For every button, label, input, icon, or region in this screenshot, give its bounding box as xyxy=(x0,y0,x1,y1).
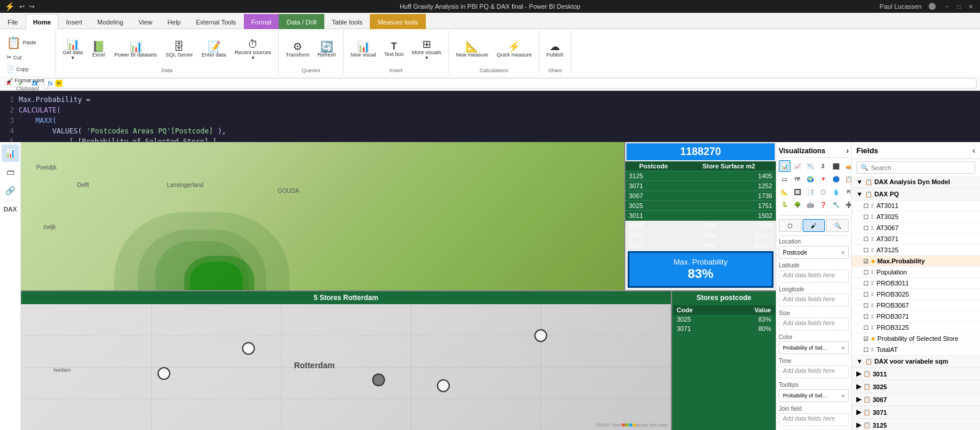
formula-fx-btn[interactable]: fx xyxy=(30,78,40,89)
fields-search-input[interactable] xyxy=(871,164,971,171)
dax-variabele-header[interactable]: ▼ 📋 DAX voor variabele sqm xyxy=(852,355,980,368)
rotterdam-map[interactable]: Rotterdam hiedam ©2020 TomTom. Improve t… xyxy=(21,304,671,430)
sql-btn[interactable]: 🗄SQL Server xyxy=(162,39,197,60)
field-prob3011[interactable]: ☐ Σ PROB3011 xyxy=(852,278,980,289)
field-checkbox-prob3067[interactable]: ☐ xyxy=(863,302,869,309)
field-prob3025[interactable]: ☐ Σ PROB3025 xyxy=(852,289,980,300)
dax-pq-header[interactable]: ▼ 📋 DAX PQ xyxy=(852,188,980,200)
viz-icon-matrix[interactable]: ⬡ xyxy=(817,186,829,198)
new-visual-btn[interactable]: 📊New visual xyxy=(347,39,380,60)
sidebar-report-icon[interactable]: 📊 xyxy=(2,144,19,162)
new-measure-btn[interactable]: 📐New measure xyxy=(453,39,492,60)
viz-icon-r[interactable]: R xyxy=(843,186,852,198)
viz-icon-qna[interactable]: ❓ xyxy=(817,199,829,210)
viz-expand-btn[interactable]: › xyxy=(846,147,849,155)
tooltips-x[interactable]: × xyxy=(841,393,845,399)
field-checkbox-at3071[interactable]: ☐ xyxy=(863,236,869,242)
field-prob-selected[interactable]: ☑ ◆ Probability of Selected Store xyxy=(852,333,980,344)
viz-icon-slicer[interactable]: 🔲 xyxy=(792,186,803,198)
close-btn[interactable]: ✕ xyxy=(966,2,975,11)
viz-icon-area[interactable]: 📉 xyxy=(804,160,816,172)
refresh-btn[interactable]: 🔄Refresh xyxy=(314,39,340,60)
tab-external-tools[interactable]: External Tools xyxy=(188,14,244,29)
viz-icon-card[interactable]: 📋 xyxy=(843,173,852,185)
sidebar-dax-icon[interactable]: DAX xyxy=(2,200,19,218)
postcode-field[interactable]: Postcode × xyxy=(779,246,849,259)
excel-btn[interactable]: 📗Excel xyxy=(88,39,109,60)
tab-format[interactable]: Format xyxy=(244,14,279,29)
tab-view[interactable]: View xyxy=(131,14,160,29)
formula-cancel-btn[interactable]: ✕ xyxy=(4,78,14,89)
viz-icon-treemap[interactable]: 🗂 xyxy=(779,173,790,185)
field-checkbox-at3025[interactable]: ☐ xyxy=(863,214,869,220)
field-checkbox-at3011[interactable]: ☐ xyxy=(863,203,869,209)
field-checkbox-prob3125[interactable]: ☐ xyxy=(863,325,869,331)
store-circle-1[interactable] xyxy=(158,367,170,380)
size-add[interactable]: Add data fields here xyxy=(779,318,849,330)
fields-collapse-btn[interactable]: ‹ xyxy=(972,146,975,155)
tab-home[interactable]: Home xyxy=(26,14,59,29)
color-x[interactable]: × xyxy=(841,345,845,351)
viz-icon-ribbon[interactable]: 🎗 xyxy=(817,160,829,172)
viz-icon-bar[interactable]: 📊 xyxy=(779,160,790,172)
field-checkbox-totalat[interactable]: ☐ xyxy=(863,347,869,353)
tab-measure-tools[interactable]: Measure tools xyxy=(370,14,425,29)
formula-input[interactable]: fx M xyxy=(44,78,977,89)
tab-help[interactable]: Help xyxy=(160,14,188,29)
field-checkbox-probselected[interactable]: ☑ xyxy=(863,336,869,342)
store3025-header[interactable]: ▶ 📋 3025 xyxy=(852,380,980,393)
sidebar-model-icon[interactable]: 🔗 xyxy=(2,182,19,199)
field-checkbox-maxprob[interactable]: ☑ xyxy=(863,258,869,265)
viz-icon-custom2[interactable]: ➕ xyxy=(843,199,852,210)
viz-icon-waterfall[interactable]: 💧 xyxy=(830,186,842,198)
viz-icon-decomp[interactable]: 🌳 xyxy=(792,199,803,210)
quick-access-undo[interactable]: ↩ xyxy=(19,3,24,10)
store3125-header[interactable]: ▶ 📋 3125 xyxy=(852,419,980,430)
store3011-header[interactable]: ▶ 📋 3011 xyxy=(852,368,980,380)
store-circle-3[interactable] xyxy=(372,373,385,386)
viz-icon-filled-map[interactable]: 🌍 xyxy=(804,173,816,185)
postcode-x[interactable]: × xyxy=(841,249,845,256)
sidebar-data-icon[interactable]: 🗃 xyxy=(2,163,19,181)
color-field[interactable]: Probability of Selected S… × xyxy=(779,341,849,354)
minimize-btn[interactable]: − xyxy=(943,2,952,11)
publish-btn[interactable]: ☁Publish xyxy=(543,39,568,60)
viz-icon-map[interactable]: 🗺 xyxy=(792,173,803,185)
transform-btn[interactable]: ⚙Transform xyxy=(282,39,313,60)
quick-measure-btn[interactable]: ⚡Quick measure xyxy=(493,39,536,60)
viz-format-btn[interactable]: 🖌 xyxy=(803,219,825,232)
field-checkbox-prob3025[interactable]: ☐ xyxy=(863,291,869,298)
paste-btn[interactable]: 📋 Paste xyxy=(4,34,39,51)
tab-modeling[interactable]: Modeling xyxy=(90,14,131,29)
longitude-add[interactable]: Add data fields here xyxy=(779,294,849,306)
field-population[interactable]: ☐ Σ Population xyxy=(852,267,980,278)
viz-icon-custom1[interactable]: 🔧 xyxy=(830,199,842,210)
store-circle-4[interactable] xyxy=(437,379,450,392)
field-checkbox-population[interactable]: ☐ xyxy=(863,269,869,276)
field-at3025[interactable]: ☐ Σ AT3025 xyxy=(852,212,980,223)
pbi-datasets-btn[interactable]: 📊Power BI datasets xyxy=(111,39,160,60)
viz-icon-gauge[interactable]: 🔵 xyxy=(830,173,842,185)
field-maxprobability[interactable]: ☑ ◆ Max.Probability xyxy=(852,256,980,267)
viz-fields-btn[interactable]: ⬡ xyxy=(779,219,802,232)
viz-icon-table[interactable]: 📑 xyxy=(804,186,816,198)
field-prob3071[interactable]: ☐ Σ PROB3071 xyxy=(852,311,980,322)
field-checkbox-prob3011[interactable]: ☐ xyxy=(863,280,869,287)
store3071-header[interactable]: ▶ 📋 3071 xyxy=(852,406,980,419)
tooltips-field[interactable]: Probability of Selected S… × xyxy=(779,389,849,402)
field-at3125[interactable]: ☐ Σ AT3125 xyxy=(852,245,980,256)
field-at3071[interactable]: ☐ Σ AT3071 xyxy=(852,234,980,245)
field-totalat[interactable]: ☐ Σ TotalAT xyxy=(852,344,980,355)
tab-table-tools[interactable]: Table tools xyxy=(324,14,370,29)
latitude-add[interactable]: Add data fields here xyxy=(779,270,849,283)
viz-icon-kpi[interactable]: 📐 xyxy=(779,186,790,198)
text-box-btn[interactable]: TText box xyxy=(381,40,408,59)
viz-icon-ai[interactable]: 🤖 xyxy=(804,199,816,210)
viz-icon-line[interactable]: 📈 xyxy=(792,160,803,172)
dax-analysis-header[interactable]: ▼ 📋 DAX Analysis Dyn Model xyxy=(852,176,980,188)
field-checkbox-at3067[interactable]: ☐ xyxy=(863,225,869,231)
field-checkbox-at3125[interactable]: ☐ xyxy=(863,247,869,253)
code-editor[interactable]: 1 Max.Probability = 2 CALCULATE( 3 MAXX(… xyxy=(0,91,980,142)
viz-analytics-btn[interactable]: 🔍 xyxy=(826,219,849,232)
tab-data-drill[interactable]: Data / Drill xyxy=(279,14,324,29)
